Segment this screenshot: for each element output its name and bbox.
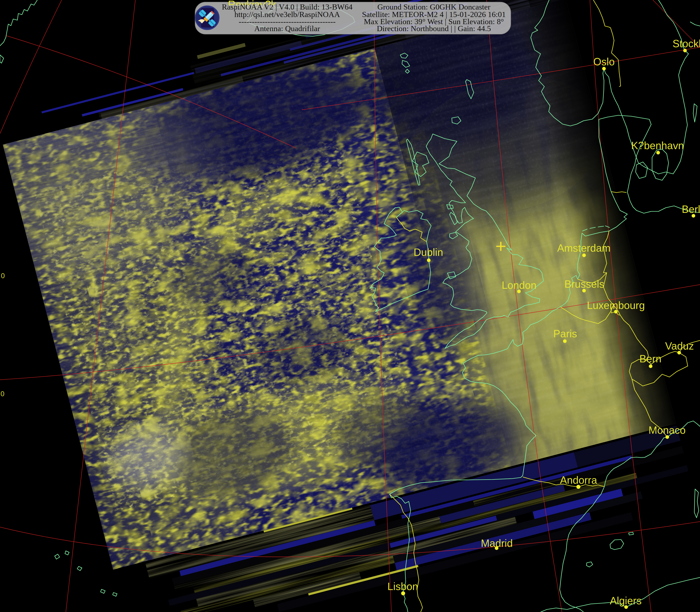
svg-text:Luxembourg: Luxembourg xyxy=(587,300,645,311)
svg-text:Andorra: Andorra xyxy=(560,474,597,486)
svg-text:Amsterdam: Amsterdam xyxy=(557,242,610,254)
svg-text:Lisbon: Lisbon xyxy=(387,581,418,592)
svg-text:Dublin: Dublin xyxy=(414,246,443,258)
svg-text:Antenna: Quadrifilar: Antenna: Quadrifilar xyxy=(254,24,320,33)
svg-text:Oslo: Oslo xyxy=(593,56,615,68)
svg-text:Algiers: Algiers xyxy=(610,595,642,607)
svg-text:Ground Station: G0GHK Doncaste: Ground Station: G0GHK Doncaster xyxy=(377,3,490,11)
svg-text:Brussels: Brussels xyxy=(565,278,604,290)
svg-text:Stockholm: Stockholm xyxy=(673,38,700,50)
svg-text:Monaco: Monaco xyxy=(648,424,686,436)
svg-text:Berlin: Berlin xyxy=(682,203,700,215)
svg-text:Paris: Paris xyxy=(553,328,577,339)
svg-text:0: 0 xyxy=(1,272,5,280)
svg-text:0: 0 xyxy=(1,390,4,398)
svg-text:Bern: Bern xyxy=(640,353,661,364)
svg-text:Vaduz: Vaduz xyxy=(665,340,694,352)
svg-text:K?benhavn: K?benhavn xyxy=(631,140,684,151)
svg-text:Direction: Northbound | | Gain: Direction: Northbound | | Gain: 44.5 xyxy=(377,24,491,33)
svg-text:London: London xyxy=(502,279,537,291)
svg-text:Madrid: Madrid xyxy=(481,537,513,549)
